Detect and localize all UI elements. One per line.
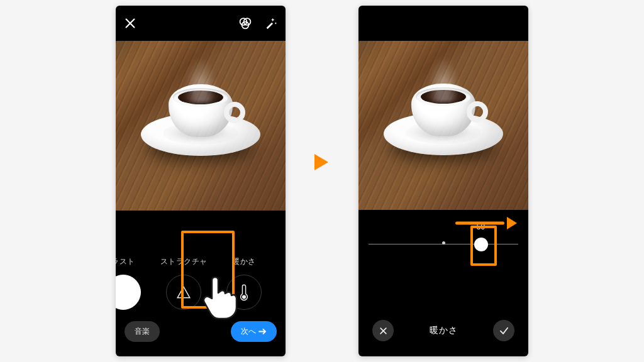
photo-preview bbox=[358, 41, 528, 210]
slider-midpoint bbox=[442, 241, 445, 244]
music-button-label: 音楽 bbox=[135, 326, 150, 337]
adjust-title: 暖かさ bbox=[430, 325, 458, 336]
editor-bottom-bar: 音楽 次へ bbox=[116, 312, 286, 356]
music-button[interactable]: 音楽 bbox=[125, 321, 160, 342]
phone-screen-warmth-slider: 50 暖かさ bbox=[358, 6, 528, 356]
color-filter-icon[interactable] bbox=[238, 16, 253, 31]
adjust-tool-label: ストラクチャ bbox=[160, 256, 208, 267]
next-button-label: 次へ bbox=[241, 326, 256, 337]
slider-handle[interactable] bbox=[474, 238, 488, 251]
adjust-tool-label: 暖かさ bbox=[232, 256, 256, 267]
next-button[interactable]: 次へ bbox=[231, 321, 277, 342]
adjust-tool-warmth[interactable]: 暖かさ bbox=[220, 256, 268, 310]
editor-topbar bbox=[116, 6, 286, 41]
adjust-tool-contrast[interactable]: ラスト bbox=[116, 256, 147, 310]
magic-wand-icon[interactable] bbox=[264, 16, 278, 30]
adjust-confirm-bar: 暖かさ bbox=[358, 312, 528, 356]
svg-point-3 bbox=[243, 295, 246, 299]
warmth-slider[interactable]: 50 bbox=[358, 210, 528, 313]
slider-value: 50 bbox=[477, 222, 485, 231]
adjust-tool-carousel[interactable]: ラスト ストラクチャ 暖かさ 彩度 bbox=[116, 256, 286, 312]
callout-transition-arrow bbox=[314, 154, 328, 170]
close-icon[interactable] bbox=[123, 16, 137, 30]
thermometer-icon bbox=[226, 275, 262, 310]
slider-track[interactable]: 50 bbox=[369, 244, 518, 244]
adjust-tool-label: ラスト bbox=[116, 256, 135, 267]
brightness-icon bbox=[116, 275, 141, 310]
photo-preview bbox=[116, 41, 286, 211]
adjust-tool-saturation[interactable]: 彩度 bbox=[280, 256, 286, 310]
cancel-button[interactable] bbox=[372, 320, 394, 341]
confirm-button[interactable] bbox=[493, 320, 514, 341]
adjust-tool-structure[interactable]: ストラクチャ bbox=[160, 256, 208, 310]
phone-screen-edit-tools: ラスト ストラクチャ 暖かさ 彩度 bbox=[116, 6, 286, 356]
triangle-icon bbox=[166, 275, 201, 310]
